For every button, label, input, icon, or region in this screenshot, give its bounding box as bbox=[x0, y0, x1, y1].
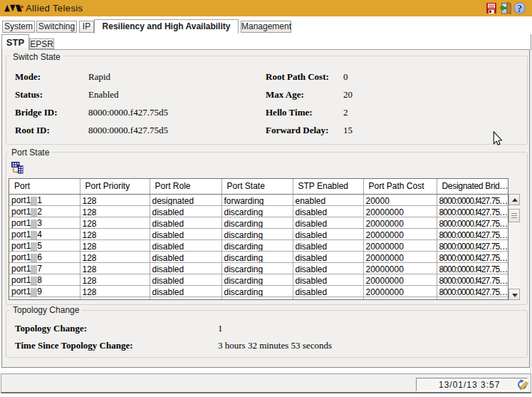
svg-text:?: ? bbox=[517, 4, 522, 14]
